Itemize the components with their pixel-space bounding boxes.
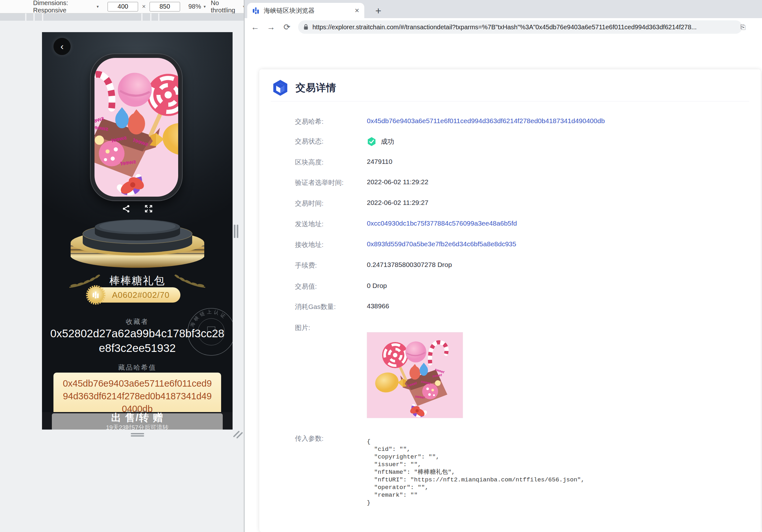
tx-hash-link[interactable]: 0x45db76e9403a6e5711e6f011ced994d363df62… [367, 117, 605, 126]
transaction-detail-card: 交易详情 交易哈希: 0x45db76e9403a6e5711e6f011ced… [259, 69, 761, 532]
row-label: 接收地址: [295, 240, 367, 249]
screenshot-root: Dimensions: Responsive ▾ × 98% ▾ No thro… [0, 0, 762, 532]
row-value: 2022-06-02 11:29:27 [367, 199, 428, 208]
back-navigation-icon[interactable]: ← [250, 22, 261, 33]
address-bar[interactable]: https://explorer.straitchain.com/#/trans… [298, 20, 742, 34]
external-open-icon[interactable]: ⎘ [740, 24, 745, 31]
media-query-tick [141, 13, 142, 21]
nft-serial-badge-row: A0602#002/70 [42, 287, 233, 303]
reload-icon[interactable]: ⟳ [281, 22, 292, 33]
responsive-viewport-phone: ‹ [42, 32, 233, 429]
browser-tab-strip: 海峡链区块浏览器 × + [245, 0, 762, 18]
receiver-address-link[interactable]: 0x893fd559d70a5be3e7fb2e6d34c6bf5a8e8dc9… [367, 240, 516, 249]
sender-address-link[interactable]: 0xcc04930dc1bc75f377884c576099a3ee48a6b5… [367, 220, 517, 228]
detail-row-tx-time: 交易时间: 2022-06-02 11:29:27 [259, 199, 749, 208]
podium-graphic [61, 212, 214, 274]
browser-toolbar: ← → ⟳ https://explorer.straitchain.com/#… [245, 18, 762, 36]
nft-title: 棒棒糖礼包 [110, 274, 165, 288]
media-query-bar[interactable] [0, 13, 244, 21]
dimensions-times-label: × [142, 3, 146, 10]
tab-close-icon[interactable]: × [355, 7, 359, 14]
back-button[interactable]: ‹ [53, 38, 71, 55]
gold-seal-icon [86, 285, 106, 305]
detail-row-gas: 消耗Gas数量: 438966 [259, 302, 749, 311]
row-label: 图片: [295, 323, 367, 332]
row-label: 验证者选举时间: [295, 178, 367, 187]
lock-icon [303, 24, 309, 30]
viewport-height-drag-handle[interactable] [131, 433, 144, 434]
media-query-tick [42, 13, 43, 21]
viewport-width-drag-handle[interactable] [237, 225, 238, 238]
devtools-responsive-area: Dimensions: Responsive ▾ × 98% ▾ No thro… [0, 0, 245, 532]
row-label: 交易时间: [295, 199, 367, 208]
input-params-json: { "cid": "", "copyrighter": "", "issuer"… [367, 438, 584, 506]
media-query-tick [34, 13, 35, 21]
throttling-value: No throttling [211, 0, 240, 14]
media-query-tick [158, 13, 159, 21]
card-header: 交易详情 [272, 80, 336, 96]
detail-row-receiver: 接收地址: 0x893fd559d70a5be3e7fb2e6d34c6bf5a… [259, 240, 749, 249]
collection-hash-label: 藏品哈希值 [42, 363, 233, 372]
row-value: 0 Drop [367, 282, 387, 291]
devtools-device-toolbar: Dimensions: Responsive ▾ × 98% ▾ No thro… [0, 0, 245, 13]
nft-artwork-frame [90, 53, 183, 201]
row-label: 交易状态: [295, 137, 367, 146]
row-value: 0.24713785800307278 Drop [367, 261, 452, 270]
collector-label: 收藏者 [42, 317, 233, 326]
row-label: 发送地址: [295, 220, 367, 228]
viewport-height-input[interactable] [150, 2, 180, 12]
browser-tab-active[interactable]: 海峡链区块浏览器 × [247, 3, 364, 18]
media-query-tick [25, 13, 27, 21]
new-tab-button[interactable]: + [373, 5, 384, 17]
tab-title: 海峡链区块浏览器 [264, 6, 350, 15]
dimensions-label: Dimensions: Responsive [33, 0, 94, 14]
throttling-select[interactable]: No throttling ▾ [211, 0, 245, 14]
detail-row-tx-status: 交易状态: 成功 [259, 137, 749, 146]
row-value: 2479110 [367, 158, 392, 167]
detail-row-block-height: 区块高度: 2479110 [259, 158, 749, 167]
detail-row-fee: 手续费: 0.24713785800307278 Drop [259, 261, 749, 270]
zoom-value: 98% [189, 3, 201, 10]
detail-row-tx-hash: 交易哈希: 0x45db76e9403a6e5711e6f011ced994d3… [259, 117, 749, 126]
sell-transfer-label: 出 售/转 赠 [112, 413, 164, 423]
nft-serial-badge: A0602#002/70 [94, 287, 181, 303]
viewport-width-input[interactable] [108, 2, 138, 12]
sell-transfer-note: 19天23时57分后可流转 [106, 423, 168, 429]
forward-navigation-icon[interactable]: → [266, 22, 276, 33]
page-title: 交易详情 [296, 81, 336, 95]
nft-artwork-image [95, 58, 178, 196]
viewport-width-drag-handle[interactable] [234, 225, 235, 238]
detail-row-value: 交易值: 0 Drop [259, 282, 749, 291]
zoom-select[interactable]: 98% ▾ [189, 3, 206, 10]
dimensions-select[interactable]: Dimensions: Responsive ▾ [33, 0, 99, 14]
row-value: 438966 [367, 302, 389, 311]
detail-row-image: 图片: [259, 323, 749, 332]
viewport-height-drag-handle[interactable] [131, 435, 144, 436]
success-check-icon [367, 137, 376, 146]
status-badge: 成功 [381, 137, 394, 146]
chevron-down-icon: ▾ [204, 4, 206, 9]
row-label: 手续费: [295, 261, 367, 270]
plus-icon: + [375, 5, 381, 17]
row-label: 区块高度: [295, 158, 367, 167]
detail-row-validator-time: 验证者选举时间: 2022-06-02 11:29:22 [259, 178, 749, 187]
site-favicon [252, 7, 259, 14]
row-label: 交易哈希: [295, 117, 367, 126]
browser-window: 海峡链区块浏览器 × + ← → ⟳ https://explorer.stra… [245, 0, 762, 532]
row-label: 交易值: [295, 282, 367, 291]
header-divider [271, 101, 749, 102]
row-label: 消耗Gas数量: [295, 302, 367, 311]
row-label: 传入参数: [295, 434, 367, 443]
explorer-logo-icon [272, 80, 289, 96]
url-text: https://explorer.straitchain.com/#/trans… [312, 24, 736, 31]
media-query-tick [150, 13, 151, 21]
row-value: 2022-06-02 11:29:22 [367, 178, 428, 187]
nft-serial-text: A0602#002/70 [112, 290, 170, 300]
chevron-down-icon: ▾ [97, 4, 99, 9]
nft-thumbnail-image [367, 332, 463, 418]
chevron-left-icon: ‹ [60, 41, 64, 52]
sell-transfer-button[interactable]: 出 售/转 赠 19天23时57分后可流转 [52, 413, 223, 429]
detail-row-sender: 发送地址: 0xcc04930dc1bc75f377884c576099a3ee… [259, 220, 749, 228]
collector-address: 0x52802d27a62a99b4c178bf3cc28e8f3c2ee519… [48, 326, 226, 355]
